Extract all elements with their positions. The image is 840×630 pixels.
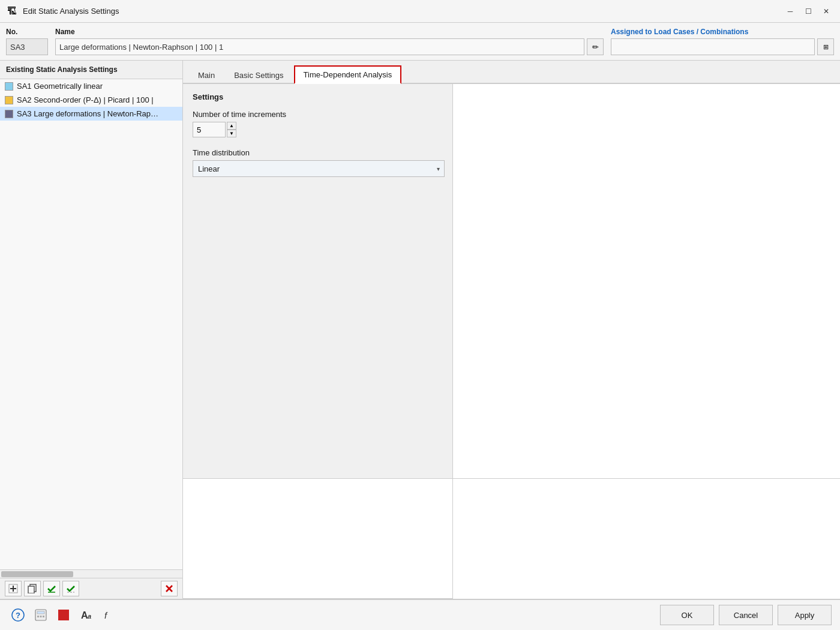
sa3-label: SA3 Large deformations | Newton-Rap…: [17, 109, 158, 118]
svg-rect-16: [58, 610, 69, 620]
sa1-label: SA1 Geometrically linear: [17, 82, 103, 91]
name-row: ✏: [55, 38, 604, 55]
left-panel: Existing Static Analysis Settings SA1 Ge…: [0, 61, 183, 599]
num-increments-label: Number of time increments: [193, 110, 443, 119]
svg-rect-4: [28, 586, 34, 593]
num-increments-group: Number of time increments ▲ ▼: [193, 110, 443, 137]
name-field: Name ✏: [55, 28, 604, 55]
edit-name-button[interactable]: ✏: [587, 38, 604, 55]
assigned-field: Assigned to Load Cases / Combinations ⊞: [611, 28, 834, 55]
app-icon: 🏗: [6, 5, 18, 17]
settings-top-section: Settings Number of time increments ▲ ▼: [183, 84, 452, 479]
time-distribution-select[interactable]: Linear Logarithmic Custom: [193, 160, 445, 177]
spinner-buttons: ▲ ▼: [227, 122, 236, 137]
right-top-panel: [453, 84, 840, 479]
tabs-bar: Main Basic Settings Time-Dependent Analy…: [183, 61, 840, 84]
window-title: Edit Static Analysis Settings: [23, 7, 782, 16]
svg-text:f: f: [104, 610, 108, 620]
right-panel: Main Basic Settings Time-Dependent Analy…: [183, 61, 840, 599]
calculator-button[interactable]: [31, 605, 50, 625]
tab-basic-settings[interactable]: Basic Settings: [225, 67, 292, 84]
list-item-sa3[interactable]: SA3 Large deformations | Newton-Rap…: [0, 107, 182, 121]
svg-rect-12: [37, 611, 44, 614]
check-all-button[interactable]: [43, 581, 60, 596]
top-bar: No. Name ✏ Assigned to Load Cases / Comb…: [0, 23, 840, 61]
time-distribution-dropdown-wrapper: Linear Logarithmic Custom ▾: [193, 160, 445, 177]
settings-section-title: Settings: [193, 92, 443, 101]
time-distribution-group: Time distribution Linear Logarithmic Cus…: [193, 148, 443, 177]
spinner-row: ▲ ▼: [193, 122, 443, 137]
no-field: No.: [6, 28, 48, 55]
assigned-row: ⊞: [611, 38, 834, 55]
title-bar: 🏗 Edit Static Analysis Settings ─ ☐ ✕: [0, 0, 840, 23]
sa1-color: [5, 82, 13, 91]
sa3-color: [5, 110, 13, 118]
tab-main[interactable]: Main: [189, 67, 224, 84]
list-area: SA1 Geometrically linear SA2 Second-orde…: [0, 79, 182, 569]
right-bottom-panel: [453, 479, 840, 599]
assigned-input[interactable]: [611, 38, 815, 55]
settings-bottom-section: [183, 479, 452, 599]
sa2-color: [5, 96, 13, 104]
assigned-label: Assigned to Load Cases / Combinations: [611, 28, 834, 36]
delete-button[interactable]: [161, 581, 178, 596]
text-format-button[interactable]: Aa: [77, 605, 96, 625]
maximize-button[interactable]: ☐: [800, 5, 816, 18]
time-distribution-label: Time distribution: [193, 148, 443, 157]
right-side-panels: [453, 84, 840, 599]
cancel-button[interactable]: Cancel: [719, 605, 773, 625]
help-button[interactable]: ?: [8, 605, 28, 625]
uncheck-all-button[interactable]: [62, 581, 79, 596]
tab-time-dependent[interactable]: Time-Dependent Analysis: [294, 65, 402, 84]
list-item-sa1[interactable]: SA1 Geometrically linear: [0, 79, 182, 93]
no-label: No.: [6, 28, 48, 36]
num-increments-input[interactable]: [193, 122, 226, 137]
ok-button[interactable]: OK: [660, 605, 714, 625]
minimize-button[interactable]: ─: [782, 5, 798, 18]
svg-rect-13: [37, 616, 39, 617]
svg-text:a: a: [88, 613, 91, 620]
spinner-down-button[interactable]: ▼: [227, 130, 236, 137]
sa2-label: SA2 Second-order (P-Δ) | Picard | 100 |: [17, 95, 154, 104]
spinner-up-button[interactable]: ▲: [227, 122, 236, 130]
no-input[interactable]: [6, 38, 48, 55]
main-body: Existing Static Analysis Settings SA1 Ge…: [0, 61, 840, 599]
svg-rect-14: [40, 616, 42, 617]
new-item-button[interactable]: [5, 581, 22, 596]
svg-rect-15: [43, 616, 44, 617]
close-button[interactable]: ✕: [818, 5, 834, 18]
window-controls: ─ ☐ ✕: [782, 5, 834, 18]
horizontal-scrollbar[interactable]: [0, 569, 182, 578]
svg-text:?: ?: [16, 611, 20, 620]
scrollbar-thumb[interactable]: [1, 571, 73, 577]
duplicate-button[interactable]: [24, 581, 41, 596]
apply-button[interactable]: Apply: [778, 605, 832, 625]
formula-button[interactable]: f: [100, 605, 119, 625]
left-panel-toolbar: [0, 578, 182, 599]
left-panel-header: Existing Static Analysis Settings: [0, 61, 182, 79]
name-input[interactable]: [55, 38, 584, 55]
settings-panel: Settings Number of time increments ▲ ▼: [183, 84, 453, 599]
bottom-actions: OK Cancel Apply: [660, 605, 832, 625]
dialog-content: No. Name ✏ Assigned to Load Cases / Comb…: [0, 23, 840, 630]
name-label: Name: [55, 28, 604, 36]
bottom-icons: ? Aa f: [8, 605, 660, 625]
assigned-picker-button[interactable]: ⊞: [817, 38, 834, 55]
color-swatch-button[interactable]: [54, 605, 73, 625]
bottom-bar: ? Aa f OK Cancel Apply: [0, 599, 840, 630]
list-item-sa2[interactable]: SA2 Second-order (P-Δ) | Picard | 100 |: [0, 93, 182, 107]
tab-content: Settings Number of time increments ▲ ▼: [183, 84, 840, 599]
